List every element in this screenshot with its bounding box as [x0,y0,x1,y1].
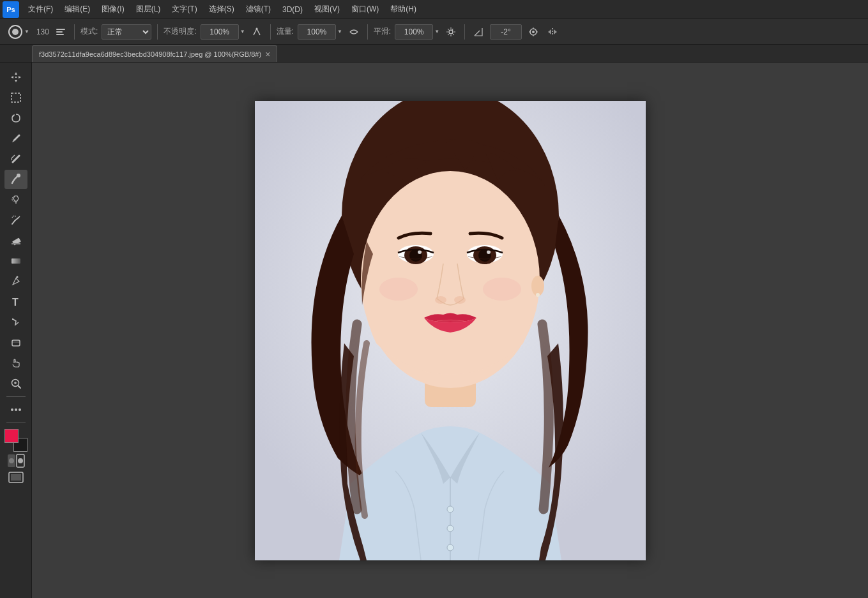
brush-options-icon[interactable] [53,24,68,40]
eraser-tool[interactable] [4,231,27,250]
tool-divider-2 [6,422,26,423]
opacity-control[interactable]: ▼ [201,24,245,40]
svg-point-41 [435,296,446,304]
lasso-tool[interactable] [4,108,27,128]
history-brush-tool[interactable] [4,211,27,230]
smooth-chevron: ▼ [434,29,439,34]
menu-layer[interactable]: 图层(L) [131,3,166,16]
svg-text:T: T [12,297,19,308]
gradient-tool[interactable] [4,251,27,271]
smooth-label: 平滑: [374,26,391,37]
svg-point-40 [487,250,491,254]
color-boxes[interactable] [4,429,27,452]
svg-point-48 [447,525,453,532]
opacity-label: 不透明度: [164,26,196,37]
clone-stamp-tool[interactable] [4,190,27,209]
canvas-area [32,63,868,598]
svg-rect-13 [11,243,20,244]
opacity-chevron: ▼ [240,29,245,34]
zoom-tool[interactable] [4,374,27,393]
smooth-control[interactable]: ▼ [395,24,439,40]
brush-icon [8,25,22,39]
svg-point-11 [17,174,20,177]
pressure-opacity-icon[interactable] [249,24,264,40]
menu-filter[interactable]: 滤镜(T) [241,3,276,16]
settings-icon[interactable] [443,24,459,40]
symmetry-icon[interactable] [545,24,560,40]
svg-point-15 [16,276,18,278]
angle-input[interactable] [490,24,522,40]
svg-point-49 [447,544,453,551]
menu-help[interactable]: 帮助(H) [385,3,422,16]
separator-3 [270,24,271,40]
pen-tool[interactable] [4,272,27,291]
hand-tool[interactable] [4,354,27,373]
more-tools[interactable] [4,400,27,419]
flow-chevron: ▼ [337,29,342,34]
mode-select[interactable]: 正常 溶解 正片叠底 [102,24,151,40]
quick-mask-mode[interactable] [4,453,27,468]
svg-point-21 [19,408,21,411]
eyedropper-tool[interactable] [4,129,27,148]
flow-label: 流量: [277,26,294,37]
svg-point-7 [532,31,535,33]
svg-rect-8 [15,77,17,78]
pressure-flow-icon[interactable] [346,24,362,40]
menu-edit[interactable]: 编辑(E) [59,3,95,16]
move-tool[interactable] [4,68,27,87]
brush-tool[interactable] [4,170,27,189]
screen-mode-button[interactable] [4,470,27,485]
menu-3d[interactable]: 3D(D) [277,4,308,15]
svg-point-47 [447,506,453,512]
menu-file[interactable]: 文件(F) [23,3,58,16]
text-tool[interactable]: T [4,292,27,311]
angle-icon [471,24,486,40]
main-area: T [0,63,868,598]
canvas [255,101,646,560]
tool-divider-1 [6,396,26,397]
left-tool-panel: T [0,63,32,598]
svg-rect-27 [11,474,21,481]
target-icon[interactable] [526,24,541,40]
svg-point-5 [449,30,453,34]
svg-rect-14 [11,258,20,264]
shape-tool[interactable] [4,333,27,352]
mode-label: 模式: [80,26,98,37]
menu-view[interactable]: 视图(V) [309,3,345,16]
opacity-input[interactable] [201,24,239,40]
canvas-wrapper [255,101,646,560]
svg-point-4 [255,27,257,29]
marquee-tool[interactable] [4,88,27,107]
menu-image[interactable]: 图像(I) [96,3,129,16]
tab-filename: f3d3572c11dfa9eca6d89ec3becbd304908fc117… [39,50,261,58]
menu-text[interactable]: 文字(T) [167,3,202,16]
svg-point-20 [15,408,17,411]
brush-size-label: 130 [36,27,49,36]
ps-logo: Ps [3,1,19,18]
separator-5 [464,24,465,40]
svg-point-42 [454,296,466,304]
menu-items: 文件(F) 编辑(E) 图像(I) 图层(L) 文字(T) 选择(S) 滤镜(T… [23,3,422,16]
svg-point-10 [18,135,20,137]
brush-tool-selector[interactable]: ▼ [5,24,33,40]
svg-point-24 [9,458,14,463]
file-tab[interactable]: f3d3572c11dfa9eca6d89ec3becbd304908fc117… [32,45,277,62]
flow-input[interactable] [298,24,336,40]
tab-bar: f3d3572c11dfa9eca6d89ec3becbd304908fc117… [0,45,868,63]
svg-point-0 [12,29,19,35]
foreground-color[interactable] [4,429,19,443]
svg-rect-9 [11,93,20,102]
flow-control[interactable]: ▼ [298,24,342,40]
svg-point-46 [483,278,521,301]
healing-brush-tool[interactable] [4,149,27,168]
menu-window[interactable]: 窗口(W) [346,3,384,16]
toolbar: ▼ 130 模式: 正常 溶解 正片叠底 不透明度: ▼ 流量: ▼ [0,19,868,45]
brush-chevron: ▼ [24,29,29,34]
tab-close-button[interactable]: × [265,50,270,59]
path-selection-tool[interactable] [4,313,27,332]
svg-rect-17 [12,340,20,346]
smooth-input[interactable] [395,24,433,40]
menu-select[interactable]: 选择(S) [204,3,240,16]
svg-rect-1 [56,29,65,30]
svg-point-19 [11,408,13,411]
